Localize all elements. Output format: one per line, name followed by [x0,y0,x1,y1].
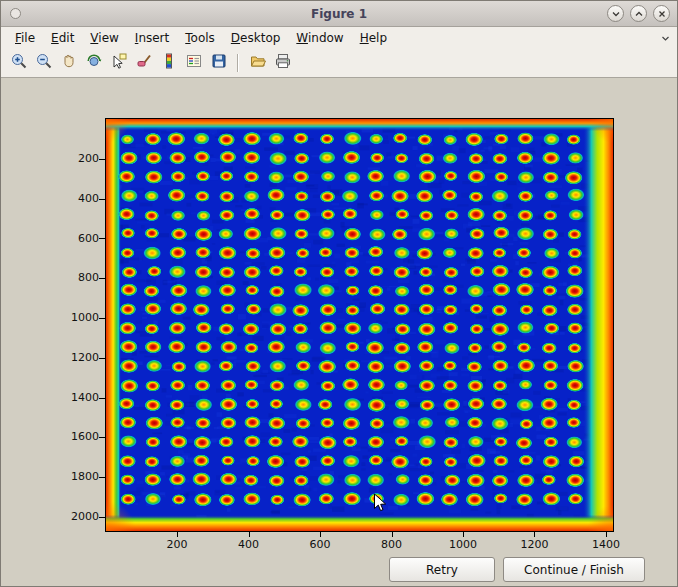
retry-button[interactable]: Retry [389,557,495,582]
menubar: File Edit View Insert Tools Desktop Wind… [1,27,677,49]
save-figure-button[interactable] [207,52,230,75]
menu-tools[interactable]: Tools [177,28,223,48]
window-title: Figure 1 [1,7,677,21]
printer-icon [274,52,292,74]
pan-button[interactable] [57,52,80,75]
y-tick-mark [99,517,105,518]
zoom-in-button[interactable] [7,52,30,75]
open-file-button[interactable] [246,52,269,75]
x-tick-mark [249,532,250,537]
menu-insert[interactable]: Insert [127,28,177,48]
y-tick-label: 1800 [71,469,99,485]
y-tick-mark [99,278,105,279]
window-menu-button[interactable] [10,8,21,19]
close-icon [657,4,667,23]
chevron-down-icon [611,4,621,23]
maximize-button[interactable] [630,5,647,22]
mouse-cursor-icon [373,493,389,518]
titlebar[interactable]: Figure 1 [1,1,677,27]
y-tick-mark [99,199,105,200]
zoom-in-icon [10,52,28,74]
y-tick-label: 1200 [71,350,99,366]
y-tick-mark [99,318,105,319]
save-icon [210,52,228,74]
y-tick-label: 200 [78,151,99,167]
y-tick-mark [99,358,105,359]
y-tick-mark [99,398,105,399]
window-controls [607,5,677,22]
y-tick-labels: 200400600800100012001400160018002000 [57,151,99,525]
x-tick-mark [534,532,535,537]
x-tick-label: 1200 [517,538,553,551]
x-tick-labels: 200400600800100012001400 [159,538,624,551]
menu-window[interactable]: Window [288,28,351,48]
x-tick-mark [463,532,464,537]
brush-button[interactable] [132,52,155,75]
x-tick-label: 200 [159,538,195,551]
y-tick-mark [99,437,105,438]
y-tick-label: 1600 [71,429,99,445]
minimize-button[interactable] [607,5,624,22]
open-folder-icon [249,52,267,74]
x-tick-label: 600 [302,538,338,551]
figure-content: 200400600800100012001400160018002000 200… [1,78,677,587]
menu-edit[interactable]: Edit [43,28,82,48]
y-tick-label: 800 [78,270,99,286]
rotate-3d-button[interactable] [82,52,105,75]
x-tick-mark [177,532,178,537]
x-tick-label: 400 [231,538,267,551]
brush-icon [135,52,153,74]
figure-image-canvas[interactable] [106,119,613,531]
y-tick-mark [99,238,105,239]
figure-window: Figure 1 File Edit View Insert Tools Des… [0,0,678,587]
legend-icon [185,52,203,74]
x-tick-label: 1000 [445,538,481,551]
data-cursor-button[interactable] [107,52,130,75]
y-tick-label: 2000 [71,509,99,525]
hand-icon [60,52,78,74]
y-tick-label: 400 [78,191,99,207]
y-tick-mark [99,159,105,160]
data-cursor-icon [110,52,128,74]
close-button[interactable] [653,5,670,22]
zoom-out-icon [35,52,53,74]
colorbar-icon [160,52,178,74]
x-tick-label: 800 [374,538,410,551]
menu-desktop[interactable]: Desktop [223,28,289,48]
figure-toolbar [1,49,677,78]
y-tick-mark [99,477,105,478]
menu-file[interactable]: File [7,28,43,48]
x-tick-mark [392,532,393,537]
x-tick-mark [606,532,607,537]
x-tick-label: 1400 [588,538,624,551]
y-tick-label: 1400 [71,390,99,406]
continue-finish-button[interactable]: Continue / Finish [503,557,645,582]
chevron-up-icon [634,4,644,23]
print-figure-button[interactable] [271,52,294,75]
y-tick-label: 1000 [71,310,99,326]
insert-colorbar-button[interactable] [157,52,180,75]
x-tick-mark [320,532,321,537]
y-tick-label: 600 [78,231,99,247]
menu-help[interactable]: Help [352,28,395,48]
toolbar-separator [237,54,239,72]
insert-legend-button[interactable] [182,52,205,75]
menu-overflow-icon[interactable] [661,32,670,46]
zoom-out-button[interactable] [32,52,55,75]
menu-view[interactable]: View [82,28,126,48]
rotate-3d-icon [85,52,103,74]
plot-axes [105,118,614,532]
